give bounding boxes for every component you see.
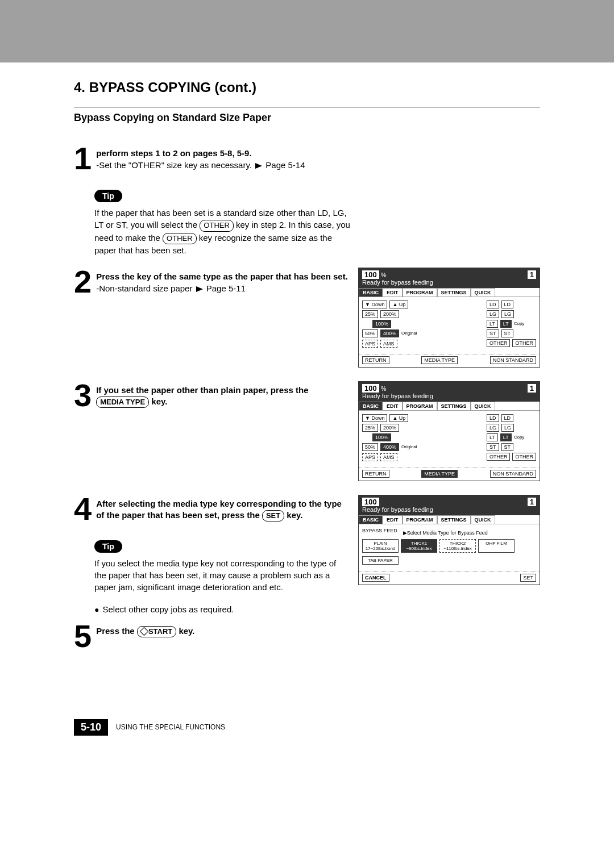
- size-ld-button[interactable]: LD: [487, 301, 499, 308]
- page-footer: 5-10 USING THE SPECIAL FUNCTIONS: [74, 719, 540, 736]
- tab-quick[interactable]: QUICK: [471, 402, 495, 410]
- pct-25-button[interactable]: 25%: [362, 310, 378, 318]
- tab-basic[interactable]: BASIC: [359, 288, 383, 297]
- tab-quick[interactable]: QUICK: [471, 288, 495, 297]
- size-lt-button[interactable]: LT: [500, 433, 512, 441]
- size-other-button[interactable]: OTHER: [512, 339, 536, 347]
- ams-button[interactable]: AMS: [380, 340, 397, 348]
- non-standard-button[interactable]: NON STANDARD: [490, 356, 536, 364]
- size-lg-button[interactable]: LG: [487, 310, 499, 318]
- step-1: 1 perform steps 1 to 2 on pages 5-8, 5-9…: [74, 144, 540, 173]
- select-media-label: ▶Select Media Type for Bypass Feed: [403, 530, 488, 536]
- pct-100-button[interactable]: 100%: [372, 320, 391, 328]
- ams-button[interactable]: AMS: [380, 453, 397, 461]
- tab-edit[interactable]: EDIT: [383, 288, 403, 297]
- zoom-value: 100: [362, 384, 379, 393]
- zoom-value: 100: [362, 270, 379, 279]
- tab-basic[interactable]: BASIC: [359, 402, 383, 410]
- step-4: 4 After selecting the media type key cor…: [74, 495, 350, 523]
- copier-screen-basic-media-highlight: 100 % 1 Ready for bypass feeding BASIC E…: [358, 381, 540, 481]
- copy-count: 1: [528, 270, 536, 279]
- zoom-value: 100: [362, 498, 379, 506]
- media-type-key-label: MEDIA TYPE: [96, 397, 149, 408]
- size-lt-button[interactable]: LT: [500, 320, 512, 328]
- pct-50-button[interactable]: 50%: [362, 443, 378, 451]
- status-text: Ready for bypass feeding: [362, 393, 536, 399]
- screen-tabs: BASIC EDIT PROGRAM SETTINGS QUICK: [359, 402, 540, 411]
- size-st-button[interactable]: ST: [487, 329, 499, 337]
- screen-tabs: BASIC EDIT PROGRAM SETTINGS QUICK: [359, 515, 540, 524]
- step-2-text: -Non-standard size paper Page 5-11: [96, 282, 350, 294]
- pct-100-button[interactable]: 100%: [372, 433, 391, 441]
- tab-settings[interactable]: SETTINGS: [437, 402, 471, 410]
- tab-edit[interactable]: EDIT: [383, 515, 403, 524]
- copy-count: 1: [528, 384, 536, 393]
- tab-program[interactable]: PROGRAM: [403, 515, 437, 524]
- aps-button[interactable]: APS: [362, 453, 378, 461]
- size-st-button[interactable]: ST: [501, 329, 514, 337]
- media-type-button[interactable]: MEDIA TYPE: [421, 470, 458, 478]
- tab-paper-button[interactable]: TAB PAPER: [362, 556, 399, 565]
- up-button[interactable]: ▲ Up: [389, 301, 408, 308]
- diamond-icon: [140, 627, 149, 636]
- tab-settings[interactable]: SETTINGS: [437, 515, 471, 524]
- return-button[interactable]: RETURN: [362, 470, 389, 478]
- pct-200-button[interactable]: 200%: [380, 310, 399, 318]
- copy-count: 1: [528, 498, 536, 506]
- size-ld-button[interactable]: LD: [501, 414, 514, 422]
- tab-program[interactable]: PROGRAM: [403, 288, 437, 297]
- size-other-button[interactable]: OTHER: [512, 453, 536, 461]
- tab-quick[interactable]: QUICK: [471, 515, 495, 524]
- size-ld-button[interactable]: LD: [487, 414, 499, 422]
- step-1-text: -Set the "OTHER" size key as necessary. …: [96, 159, 540, 171]
- section-title: 4. BYPASS COPYING (cont.): [74, 80, 540, 95]
- step-number: 3: [74, 381, 92, 410]
- thick2-button[interactable]: THICK2~110lbs.index: [439, 539, 476, 553]
- non-standard-button[interactable]: NON STANDARD: [490, 470, 536, 478]
- divider: [74, 107, 540, 107]
- down-button[interactable]: ▼ Down: [362, 301, 387, 308]
- tip-1-text: If the paper that has been set is a stan…: [94, 207, 356, 256]
- up-button[interactable]: ▲ Up: [389, 414, 408, 422]
- set-button[interactable]: SET: [520, 574, 536, 582]
- copier-screen-basic: 100 % 1 Ready for bypass feeding BASIC E…: [358, 268, 540, 368]
- subsection-title: Bypass Copying on Standard Size Paper: [74, 112, 540, 124]
- down-button[interactable]: ▼ Down: [362, 414, 387, 422]
- step-number: 5: [74, 622, 92, 650]
- media-type-button[interactable]: MEDIA TYPE: [421, 356, 458, 364]
- size-other-button[interactable]: OTHER: [487, 453, 511, 461]
- pct-400-button[interactable]: 400%: [380, 329, 399, 337]
- tab-settings[interactable]: SETTINGS: [437, 288, 471, 297]
- cancel-button[interactable]: CANCEL: [362, 574, 389, 582]
- pct-400-button[interactable]: 400%: [380, 443, 399, 451]
- step-number: 1: [74, 144, 92, 173]
- bypass-feed-label: BYPASS FEED: [362, 528, 397, 533]
- status-text: Ready for bypass feeding: [362, 506, 536, 513]
- plain-button[interactable]: PLAIN17~20lbs.bond: [362, 539, 399, 553]
- pct-200-button[interactable]: 200%: [380, 424, 399, 432]
- pct-50-button[interactable]: 50%: [362, 329, 378, 337]
- original-label: Original: [401, 331, 417, 336]
- thick1-button[interactable]: THICK1~90lbs.index: [401, 539, 437, 553]
- pct-25-button[interactable]: 25%: [362, 424, 378, 432]
- other-key-label: OTHER: [163, 233, 197, 244]
- size-lg-button[interactable]: LG: [501, 424, 514, 432]
- size-st-button[interactable]: ST: [501, 443, 514, 451]
- original-label: Original: [401, 444, 417, 449]
- aps-button[interactable]: APS: [362, 340, 378, 348]
- tab-program[interactable]: PROGRAM: [403, 402, 437, 410]
- size-ld-button[interactable]: LD: [501, 301, 514, 308]
- size-lg-button[interactable]: LG: [501, 310, 514, 318]
- size-lt-button[interactable]: LT: [487, 320, 498, 328]
- step-5-heading: Press the START key.: [96, 625, 540, 637]
- step-2: 2 Press the key of the same type as the …: [74, 268, 350, 296]
- step-number: 2: [74, 268, 92, 296]
- tab-basic[interactable]: BASIC: [359, 515, 383, 524]
- ohp-film-button[interactable]: OHP FILM: [478, 539, 515, 553]
- tab-edit[interactable]: EDIT: [383, 402, 403, 410]
- size-other-button[interactable]: OTHER: [487, 339, 511, 347]
- size-st-button[interactable]: ST: [487, 443, 499, 451]
- return-button[interactable]: RETURN: [362, 356, 389, 364]
- size-lt-button[interactable]: LT: [487, 433, 498, 441]
- size-lg-button[interactable]: LG: [487, 424, 499, 432]
